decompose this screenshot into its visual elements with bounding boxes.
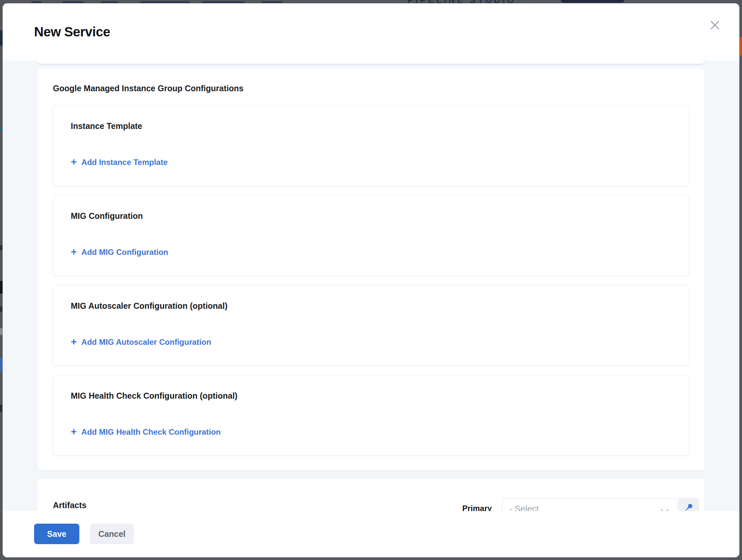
close-button[interactable] — [707, 18, 722, 33]
section-title: Google Managed Instance Group Configurat… — [53, 83, 244, 93]
artifacts-section: Artifacts Primary - Select — [37, 479, 705, 511]
cancel-button[interactable]: Cancel — [90, 524, 134, 544]
backdrop-fragment — [0, 328, 2, 335]
pin-button[interactable] — [679, 498, 699, 511]
backdrop-fragment — [0, 307, 2, 312]
backdrop-brand-text: PIPELINE STUDIO — [407, 0, 516, 3]
backdrop-fragment — [0, 358, 3, 372]
config-card-title: MIG Health Check Configuration (optional… — [71, 391, 237, 401]
config-card-title: MIG Configuration — [71, 211, 143, 221]
primary-artifact-select[interactable]: - Select — [502, 498, 677, 511]
config-card: MIG Configuration + Add MIG Configuratio… — [53, 195, 689, 276]
new-service-modal: New Service Google Managed Instance Grou… — [3, 3, 739, 557]
backdrop-fragment — [740, 37, 742, 56]
backdrop-fragment — [0, 405, 2, 412]
config-card: MIG Health Check Configuration (optional… — [53, 375, 689, 455]
modal-body: Google Managed Instance Group Configurat… — [3, 60, 739, 511]
backdrop-fragment — [261, 1, 282, 3]
pin-icon — [684, 502, 694, 511]
plus-icon: + — [71, 428, 77, 436]
add-link-label: Add MIG Autoscaler Configuration — [81, 338, 211, 347]
add-configuration-link[interactable]: + Add MIG Health Check Configuration — [71, 428, 220, 437]
plus-icon: + — [71, 338, 77, 346]
plus-icon: + — [71, 248, 77, 256]
save-button[interactable]: Save — [34, 524, 80, 544]
chevron-down-icon — [660, 505, 669, 511]
config-card-title: Instance Template — [71, 121, 142, 131]
scrolled-card-sliver — [37, 60, 705, 64]
config-card: MIG Autoscaler Configuration (optional) … — [53, 285, 689, 366]
config-card: Instance Template + Add Instance Templat… — [53, 105, 689, 186]
artifacts-title: Artifacts — [53, 501, 86, 510]
config-card-title: MIG Autoscaler Configuration (optional) — [71, 301, 227, 311]
backdrop-fragment — [0, 31, 3, 46]
add-link-label: Add Instance Template — [81, 158, 168, 167]
backdrop-fragment — [0, 128, 3, 130]
primary-label: Primary — [462, 504, 492, 511]
backdrop-fragment — [101, 1, 118, 3]
modal-title: New Service — [34, 24, 110, 39]
screen: PIPELINE STUDIO New Service — [0, 0, 742, 560]
add-configuration-link[interactable]: + Add MIG Autoscaler Configuration — [71, 338, 211, 347]
select-placeholder: - Select — [510, 504, 539, 511]
backdrop-button-fragment — [561, 0, 624, 3]
modal-header: New Service — [3, 3, 739, 60]
backdrop-fragment — [63, 1, 83, 3]
backdrop-fragment — [0, 281, 3, 293]
plus-icon: + — [71, 158, 77, 166]
close-icon — [709, 19, 721, 31]
backdrop-fragment — [32, 1, 41, 3]
backdrop-navbar-sliver: PIPELINE STUDIO — [0, 0, 742, 3]
add-configuration-link[interactable]: + Add MIG Configuration — [71, 247, 168, 257]
modal-footer: Save Cancel — [3, 511, 739, 557]
add-link-label: Add MIG Configuration — [81, 247, 168, 257]
add-configuration-link[interactable]: + Add Instance Template — [71, 158, 168, 167]
add-link-label: Add MIG Health Check Configuration — [81, 428, 220, 437]
mig-configurations-section: Google Managed Instance Group Configurat… — [37, 68, 705, 470]
backdrop-fragment — [0, 245, 2, 250]
backdrop-fragment — [141, 1, 190, 3]
backdrop-fragment — [202, 1, 245, 3]
